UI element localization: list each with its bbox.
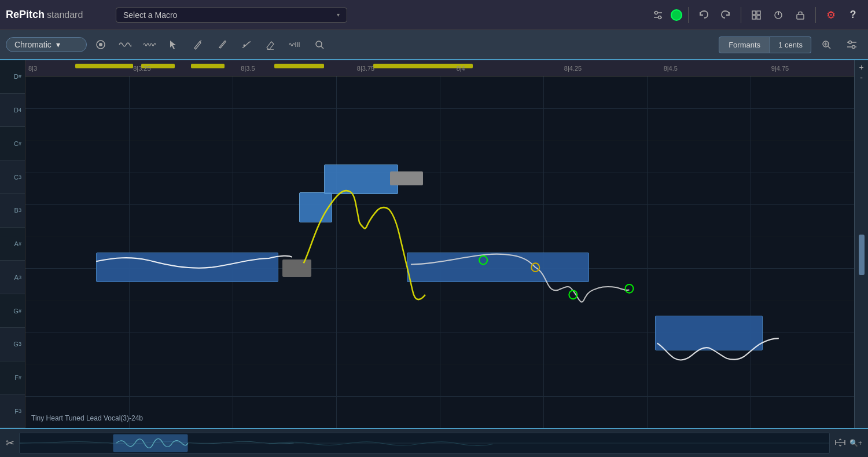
zoom-icon[interactable] (816, 34, 837, 55)
top-toolbar: RePitch standard Select a Macro ▾ (0, 0, 868, 30)
vibrato-edit-tool[interactable] (285, 34, 306, 55)
timeline-ruler[interactable]: 8|3 8|3.25 8|3.5 8|3.75 8|4 8|4.25 8|4.5… (25, 60, 854, 76)
svg-point-12 (99, 43, 102, 46)
note-block6[interactable] (655, 316, 763, 351)
note-block5[interactable] (407, 253, 589, 283)
zoom-in-icon[interactable]: + (859, 63, 863, 72)
select-tool[interactable] (163, 34, 184, 55)
note-block-selected[interactable] (299, 192, 332, 222)
ruler-mark-8425: 8|4.25 (564, 65, 582, 72)
ruler-mark-9475: 9|4.75 (771, 65, 789, 72)
undo-icon[interactable] (694, 6, 713, 24)
cut-icon[interactable]: ✂ (6, 437, 14, 449)
chevron-down-icon: ▾ (56, 40, 60, 49)
svg-point-31 (569, 290, 577, 299)
note-handle[interactable] (390, 171, 423, 185)
erase-tool[interactable] (260, 34, 281, 55)
macro-label: Select a Macro (123, 10, 177, 20)
svg-point-32 (625, 284, 633, 293)
ruler-mark-845: 8|4.5 (664, 65, 678, 72)
note-block-selected2[interactable] (324, 164, 399, 195)
svg-line-13 (200, 41, 201, 42)
chevron-down-icon: ▾ (337, 12, 340, 18)
ruler-mark-8325: 8|3.25 (133, 65, 150, 72)
curve-tool[interactable] (236, 34, 257, 55)
svg-rect-7 (757, 16, 760, 19)
grid-icon[interactable] (747, 6, 766, 24)
ruler-segment (274, 64, 324, 68)
svg-point-1 (655, 11, 658, 14)
piano-key-D4: D4 (0, 94, 25, 127)
waveform-expand-icon[interactable] (834, 438, 846, 449)
piano-key-Gs: G# (0, 294, 25, 328)
svg-rect-4 (752, 11, 756, 14)
svg-point-19 (316, 41, 322, 47)
note-block[interactable] (96, 253, 278, 283)
pencil-tool[interactable] (212, 34, 233, 55)
piano-labels: D# D4 C# C3 B3 A# A3 G# G3 F# F3 (0, 60, 25, 428)
piano-key-A3: A3 (0, 261, 25, 294)
svg-line-22 (828, 46, 830, 49)
separator3 (815, 7, 816, 23)
svg-rect-10 (797, 14, 804, 19)
piano-key-Ds: D# (0, 60, 25, 94)
grid-area[interactable]: Tiny Heart Tuned Lead Vocal(3)-24b (25, 76, 854, 428)
piano-key-As: A# (0, 228, 25, 261)
settings-icon[interactable] (649, 6, 667, 24)
vertical-scrollbar-thumb[interactable] (859, 235, 865, 275)
vibrato-tool[interactable] (139, 34, 160, 55)
svg-rect-6 (752, 16, 756, 19)
piano-key-B3: B3 (0, 194, 25, 228)
svg-point-14 (244, 45, 245, 46)
bottom-right-controls: 🔍+ (834, 438, 862, 449)
power-icon[interactable] (769, 6, 788, 24)
ruler-mark-8375: 8|3.75 (357, 65, 374, 72)
gear-icon[interactable]: ⚙ (822, 6, 840, 24)
right-panel: + - (854, 60, 868, 428)
logo-standard: standard (47, 10, 83, 20)
file-label: Tiny Heart Tuned Lead Vocal(3)-24b (31, 414, 143, 422)
ruler-mark-84: 8|4 (457, 65, 465, 72)
ruler-mark-835: 8|3.5 (241, 65, 255, 72)
svg-line-20 (321, 46, 323, 49)
zoom-controls-bottom: 🔍+ (849, 439, 862, 447)
waveform-overview[interactable] (19, 433, 830, 454)
formants-button[interactable]: Formants (719, 36, 770, 53)
help-icon[interactable]: ? (844, 6, 862, 24)
draw-tool[interactable] (187, 34, 208, 55)
snap-icon[interactable] (90, 34, 111, 55)
note-block-gray[interactable] (282, 259, 311, 277)
chromatic-label: Chromatic (14, 40, 52, 49)
separator (688, 7, 689, 23)
status-indicator (671, 9, 682, 21)
redo-icon[interactable] (716, 6, 735, 24)
waveform-tool[interactable] (115, 34, 135, 55)
zoom-in-bottom[interactable]: 🔍+ (849, 439, 862, 447)
svg-point-26 (849, 41, 852, 44)
grid-line-v (336, 76, 337, 428)
macro-select[interactable]: Select a Macro ▾ (116, 8, 347, 23)
app-logo: RePitch standard (6, 9, 110, 21)
settings-sliders-icon[interactable] (841, 34, 862, 55)
svg-point-28 (852, 46, 855, 49)
svg-point-3 (659, 16, 661, 19)
ruler-segment (75, 64, 133, 68)
cents-button[interactable]: 1 cents (770, 36, 811, 53)
piano-key-G3: G3 (0, 328, 25, 361)
second-toolbar: Chromatic ▾ (0, 30, 868, 60)
ruler-mark-83: 8|3 (28, 65, 37, 72)
lock-icon[interactable] (791, 6, 810, 24)
piano-key-Cs: C# (0, 127, 25, 160)
bottom-bar: ✂ 🔍+ (0, 428, 868, 457)
grid-line-v (647, 76, 648, 428)
grid-line-v (751, 76, 751, 428)
search-tool[interactable] (309, 34, 330, 55)
piano-key-F3: F3 (0, 394, 25, 428)
svg-rect-5 (757, 11, 760, 14)
top-icons: ⚙ ? (649, 6, 862, 24)
chromatic-select[interactable]: Chromatic ▾ (6, 37, 87, 52)
piano-key-Fs: F# (0, 361, 25, 395)
piano-key-C3: C3 (0, 160, 25, 194)
ruler-segment (191, 64, 224, 68)
zoom-out-icon[interactable]: - (860, 73, 863, 82)
